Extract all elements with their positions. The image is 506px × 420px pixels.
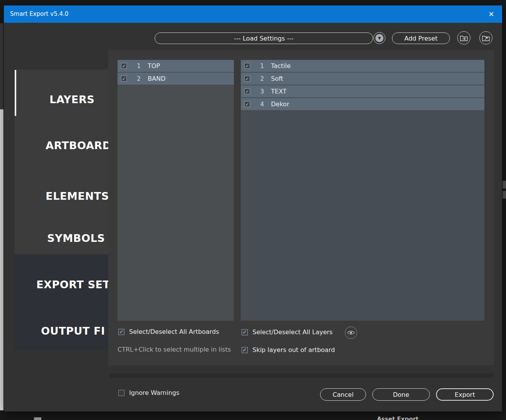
check-icon: ✓ xyxy=(122,64,126,68)
folder-arrow-in-icon xyxy=(460,35,468,41)
check-icon: ✓ xyxy=(245,64,249,68)
load-settings-label: --- Load Settings --- xyxy=(234,35,294,42)
layers-list[interactable]: ✓ 1 Tactile ✓ 2 Soft ✓ 3 TEXT ✓ 4 De xyxy=(241,60,484,321)
layer-checkbox[interactable]: ✓ xyxy=(244,101,250,107)
layer-checkbox[interactable]: ✓ xyxy=(244,63,250,69)
layer-number: 1 xyxy=(256,63,268,70)
checkbox[interactable]: ✓ xyxy=(118,329,124,335)
check-icon: ✓ xyxy=(245,102,249,107)
ignore-warnings-checkbox[interactable]: Ignore Warnings xyxy=(118,389,179,396)
desktop-background: Asset Export Smart Export v5.4.0 ✕ --- L… xyxy=(0,0,506,420)
check-icon: ✓ xyxy=(243,347,247,352)
export-button[interactable]: Export xyxy=(436,388,494,401)
canvas-edge-light xyxy=(0,109,3,410)
layer-checkbox[interactable]: ✓ xyxy=(244,88,250,94)
artboard-number: 1 xyxy=(133,63,145,70)
tab-symbols[interactable]: SYMBOLS xyxy=(47,232,105,245)
select-all-layers-label: Select/Deselect All Layers xyxy=(252,328,332,336)
tab-layers[interactable]: LAYERS xyxy=(49,93,95,106)
layer-name: Tactile xyxy=(271,62,291,70)
ignore-warnings-label: Ignore Warnings xyxy=(129,389,179,396)
dialog-titlebar[interactable]: Smart Export v5.4.0 ✕ xyxy=(4,5,502,23)
layer-row[interactable]: ✓ 1 Tactile xyxy=(241,60,484,72)
background-chip xyxy=(34,417,41,420)
select-all-artboards-label: Select/Deselect All Artboards xyxy=(129,328,219,335)
layer-number: 2 xyxy=(256,75,268,82)
eye-icon xyxy=(347,330,355,335)
check-icon: ✓ xyxy=(245,77,249,81)
check-icon: ✓ xyxy=(119,329,124,334)
artboard-checkbox[interactable]: ✓ xyxy=(121,63,127,69)
layer-row[interactable]: ✓ 3 TEXT xyxy=(241,85,484,97)
layer-checkbox[interactable]: ✓ xyxy=(244,76,250,82)
select-all-artboards-checkbox[interactable]: ✓ Select/Deselect All Artboards xyxy=(118,328,219,335)
done-button[interactable]: Done xyxy=(372,388,430,401)
layer-row[interactable]: ✓ 4 Dekor xyxy=(241,98,484,110)
folder-arrow-out-icon xyxy=(482,35,490,41)
layer-row[interactable]: ✓ 2 Soft xyxy=(241,73,484,85)
cancel-button[interactable]: Cancel xyxy=(320,388,366,401)
preview-visibility-button[interactable] xyxy=(345,326,357,339)
load-settings-select[interactable]: --- Load Settings --- xyxy=(155,32,373,44)
separator-bar xyxy=(109,373,493,378)
tab-elements[interactable]: ELEMENTS xyxy=(46,190,109,203)
artboard-row[interactable]: ✓ 1 TOP xyxy=(118,60,234,72)
checkbox[interactable]: ✓ xyxy=(242,329,248,335)
skip-layers-checkbox[interactable]: ✓ Skip layers out of artboard xyxy=(242,346,335,354)
tab-artboards[interactable]: ARTBOARD xyxy=(46,139,111,152)
artboard-checkbox[interactable]: ✓ xyxy=(121,76,127,82)
checkbox[interactable] xyxy=(118,390,124,396)
skip-layers-label: Skip layers out of artboard xyxy=(252,346,335,354)
artboard-number: 2 xyxy=(133,75,145,82)
active-tab-indicator xyxy=(15,70,16,116)
check-icon: ✓ xyxy=(122,77,126,81)
tab-export-settings[interactable]: EXPORT SET xyxy=(36,278,110,291)
dialog-title: Smart Export v5.4.0 xyxy=(10,5,68,23)
select-all-layers-checkbox[interactable]: ✓ Select/Deselect All Layers xyxy=(242,328,332,336)
layer-name: Soft xyxy=(271,75,283,82)
add-preset-label: Add Preset xyxy=(404,35,438,42)
export-preset-button[interactable] xyxy=(479,31,492,44)
tab-output-files[interactable]: OUTPUT FI xyxy=(41,325,105,338)
close-button[interactable]: ✕ xyxy=(484,5,498,23)
add-preset-button[interactable]: Add Preset xyxy=(392,32,450,44)
check-icon: ✓ xyxy=(245,89,249,94)
panel-edge-mark xyxy=(503,181,506,189)
artboards-list[interactable]: ✓ 1 TOP ✓ 2 BAND xyxy=(118,60,234,321)
layer-name: Dekor xyxy=(271,100,289,108)
close-icon: ✕ xyxy=(488,10,494,18)
load-settings-dropdown-button[interactable]: ▼ xyxy=(373,32,385,44)
import-preset-button[interactable] xyxy=(457,31,470,44)
canvas-edge-gray xyxy=(0,23,3,109)
artboard-name: TOP xyxy=(148,62,160,70)
chevron-down-icon: ▼ xyxy=(375,34,383,42)
artboard-row[interactable]: ✓ 2 BAND xyxy=(118,73,234,85)
panel-edge-mark xyxy=(503,191,506,199)
layer-name: TEXT xyxy=(271,88,286,95)
checkbox[interactable]: ✓ xyxy=(242,347,248,353)
layer-number: 4 xyxy=(256,101,268,108)
smart-export-dialog: Smart Export v5.4.0 ✕ --- Load Settings … xyxy=(4,5,502,411)
content-panel: ✓ 1 TOP ✓ 2 BAND ✓ 1 Tactile ✓ xyxy=(108,50,494,365)
asset-export-panel-label: Asset Export xyxy=(377,416,419,420)
check-icon: ✓ xyxy=(243,330,247,335)
ctrl-click-hint: CTRL+Click to select multiple in lists xyxy=(118,346,231,353)
artboard-name: BAND xyxy=(148,75,165,82)
layer-number: 3 xyxy=(256,88,268,95)
